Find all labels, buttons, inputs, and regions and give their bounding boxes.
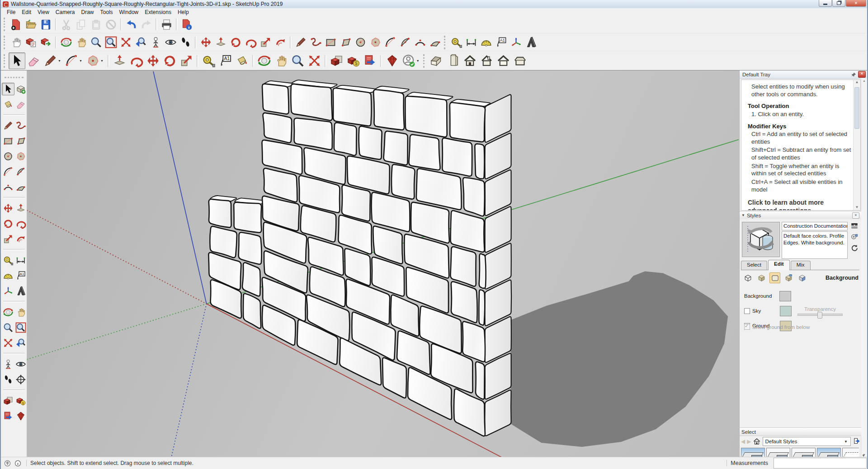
shapes-button[interactable]: ▼ — [85, 52, 106, 69]
arc-button[interactable] — [428, 35, 443, 50]
view-back-button[interactable] — [495, 52, 512, 69]
stone[interactable] — [462, 322, 485, 362]
style-preview-thumbnail[interactable] — [742, 222, 780, 257]
turn-around-button[interactable] — [14, 373, 27, 386]
menu-draw[interactable]: Draw — [78, 9, 97, 16]
minimize-button[interactable] — [819, 0, 832, 7]
transparency-slider[interactable] — [797, 314, 843, 316]
tab-mix[interactable]: Mix — [791, 261, 811, 270]
arc-button[interactable] — [14, 181, 27, 193]
account-button[interactable]: ▼ — [401, 52, 422, 69]
stone[interactable] — [334, 122, 357, 155]
model-canvas[interactable] — [27, 70, 739, 457]
tab-edit[interactable]: Edit — [768, 260, 790, 270]
move-button[interactable] — [2, 202, 14, 215]
axes-button[interactable] — [2, 285, 14, 297]
arc-button[interactable]: ▼ — [63, 52, 85, 69]
walk-button[interactable] — [178, 35, 193, 50]
orbit-button[interactable] — [256, 52, 273, 69]
view-top-button[interactable] — [445, 52, 462, 69]
protractor-button[interactable] — [479, 35, 494, 50]
zoom-previous-button[interactable] — [133, 35, 148, 50]
3d-text-button[interactable] — [14, 285, 27, 297]
follow-me-button[interactable] — [14, 217, 27, 230]
styles-panel-header[interactable]: ▼ Styles × — [740, 211, 861, 220]
stone[interactable] — [239, 232, 262, 264]
stone[interactable] — [476, 362, 485, 399]
scale-button[interactable] — [178, 52, 195, 69]
collapse-triangle-icon[interactable]: ▼ — [741, 213, 745, 217]
stone[interactable] — [451, 281, 477, 323]
view-left-button[interactable] — [512, 52, 528, 69]
3d-warehouse-button[interactable] — [2, 394, 14, 407]
component-options-button[interactable] — [24, 35, 38, 50]
style-name-field[interactable]: Construction Documentation Sty — [782, 222, 848, 230]
move-button[interactable] — [145, 52, 161, 69]
update-style-icon[interactable] — [850, 244, 859, 252]
stone[interactable] — [294, 118, 332, 150]
share-model-button[interactable] — [345, 52, 362, 69]
stone[interactable] — [405, 96, 447, 137]
two-point-arc-button[interactable] — [383, 35, 398, 50]
model-viewport[interactable] — [27, 70, 739, 457]
dotted-axis-blue[interactable] — [171, 304, 207, 457]
look-around-button[interactable] — [163, 35, 178, 50]
stone[interactable] — [243, 294, 261, 328]
print-button[interactable] — [159, 17, 174, 32]
details-icon[interactable] — [853, 437, 861, 446]
paint-bucket-button[interactable] — [234, 52, 250, 69]
share-model-button[interactable] — [14, 394, 27, 407]
tape-measure-button[interactable] — [200, 52, 217, 69]
line-button[interactable] — [293, 35, 308, 50]
sky-color-swatch[interactable] — [780, 306, 792, 316]
stone[interactable] — [262, 84, 289, 114]
pan-button[interactable] — [74, 35, 89, 50]
styles-collection-dropdown[interactable]: Default Styles ▼ — [763, 437, 851, 446]
advanced-operations-link[interactable]: Click to learn about more advanced opera… — [748, 199, 852, 210]
secondary-pane-icon[interactable] — [850, 222, 859, 230]
menu-extensions[interactable]: Extensions — [142, 9, 175, 16]
stone[interactable] — [359, 126, 382, 159]
pin-icon[interactable] — [851, 71, 857, 77]
stone[interactable] — [242, 263, 260, 296]
show-ground-checkbox[interactable] — [744, 324, 750, 330]
protractor-button[interactable] — [2, 269, 14, 282]
save-button[interactable] — [38, 17, 53, 32]
menu-camera[interactable]: Camera — [52, 9, 78, 16]
axis-blue[interactable] — [153, 71, 207, 304]
stone[interactable] — [451, 211, 485, 252]
stone[interactable] — [382, 358, 406, 398]
title-bar[interactable]: Wallstone-Quarried-Snapped-Roughly-Squar… — [1, 0, 867, 9]
freehand-button[interactable] — [14, 119, 27, 132]
background-color-swatch[interactable] — [779, 291, 791, 301]
toolbar-drag-handle[interactable] — [423, 54, 427, 68]
scale-button[interactable] — [258, 35, 273, 50]
tape-measure-button[interactable] — [2, 254, 14, 267]
edge-settings-button[interactable] — [742, 272, 753, 283]
zoom-button[interactable] — [2, 321, 14, 334]
offset-button[interactable] — [14, 233, 27, 245]
polygon-button[interactable] — [14, 150, 27, 163]
interact-button[interactable] — [9, 35, 24, 50]
menu-file[interactable]: File — [4, 9, 19, 16]
move-button[interactable] — [198, 35, 213, 50]
copy-button[interactable] — [74, 17, 89, 32]
offset-button[interactable] — [273, 35, 288, 50]
view-iso-button[interactable] — [428, 52, 445, 69]
tray-scrollbar[interactable]: ▲ ▼ — [861, 78, 867, 457]
text-button[interactable] — [217, 52, 234, 69]
pie-button[interactable] — [14, 165, 27, 178]
pan-button[interactable] — [14, 306, 27, 319]
new-button[interactable] — [9, 17, 24, 32]
freehand-button[interactable] — [308, 35, 323, 50]
stone[interactable] — [342, 185, 370, 221]
stone[interactable] — [373, 89, 404, 130]
stone[interactable] — [475, 144, 484, 178]
pan-button[interactable] — [273, 52, 289, 69]
extension-warehouse-button[interactable] — [2, 410, 14, 422]
chevron-down-icon[interactable]: ▼ — [416, 59, 420, 62]
cut-button[interactable] — [59, 17, 74, 32]
eraser-button[interactable] — [25, 52, 42, 69]
stone[interactable] — [209, 199, 231, 228]
circle-button[interactable] — [353, 35, 368, 50]
